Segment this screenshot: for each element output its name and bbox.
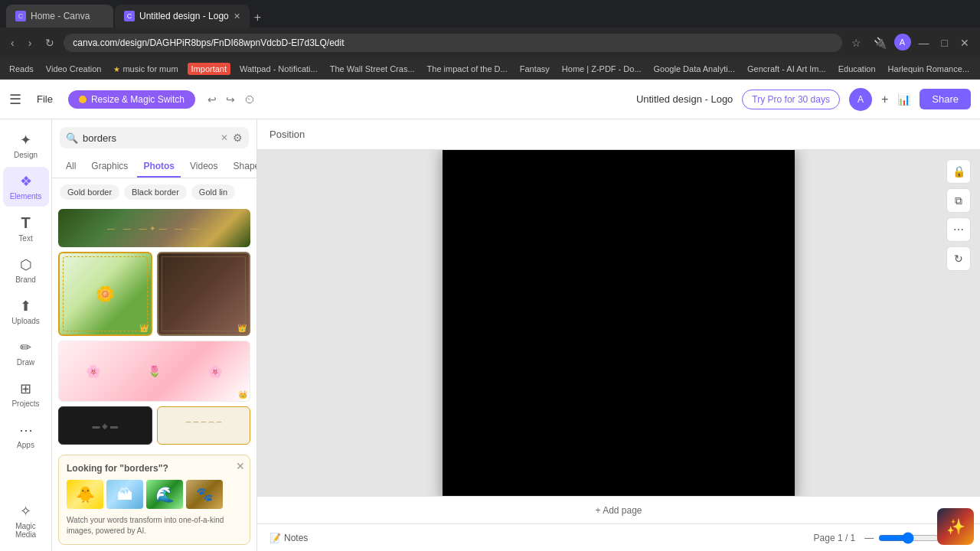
bookmark-harlequin[interactable]: Harlequin Romance...	[885, 63, 972, 75]
projects-icon: ⊞	[20, 380, 31, 397]
uploads-icon: ⬆	[20, 298, 31, 315]
lf-thumb-1[interactable]: 🐥	[67, 480, 103, 509]
sidebar-item-text[interactable]: T Text	[3, 208, 49, 249]
grid-item-1[interactable]: — — —✦— — —	[58, 209, 250, 247]
notes-button[interactable]: 📝 Notes	[270, 533, 308, 543]
bookmark-video[interactable]: Video Creation	[43, 63, 105, 75]
tab-graphics[interactable]: Graphics	[85, 156, 134, 178]
lf-thumb-4[interactable]: 🐾	[186, 480, 223, 509]
canvas-lock-button[interactable]: 🔒	[946, 159, 971, 184]
bookmark-google-data[interactable]: Google Data Analyti...	[651, 63, 738, 75]
grid-row-2: 🌼 👑 👑	[58, 252, 250, 336]
grid-item-4b[interactable]: ▬ ◆ ▬	[58, 406, 152, 445]
looking-for-close-button[interactable]: ✕	[236, 460, 245, 472]
file-menu-button[interactable]: File	[31, 90, 59, 108]
extension-button[interactable]: 🔌	[869, 34, 891, 52]
zoom-slider[interactable]	[878, 532, 939, 544]
tab-shapes[interactable]: Shapes	[227, 156, 257, 178]
bookmark-pdf[interactable]: Home | Z-PDF - Do...	[559, 63, 645, 75]
nav-icons: ☆ 🔌 A — □ ✕	[847, 34, 974, 52]
browser-nav: ‹ › ↻ ☆ 🔌 A — □ ✕	[0, 28, 980, 58]
elements-icon: ❖	[20, 173, 32, 190]
canvas-more-button[interactable]: ⋯	[946, 217, 971, 242]
canvas-refresh-button[interactable]: ↻	[946, 246, 971, 271]
canvas-header: Position	[257, 119, 980, 150]
filter-chip-gold-border[interactable]: Gold border	[60, 184, 119, 200]
back-button[interactable]: ‹	[6, 34, 19, 52]
magic-media-icon: ✧	[20, 503, 31, 520]
looking-for-panel: ✕ Looking for "borders"? 🐥 🏔 🌊 🐾 Watch y…	[58, 455, 250, 545]
tab-photos[interactable]: Photos	[137, 156, 181, 178]
bookmark-wattpad[interactable]: Wattpad - Notificati...	[237, 63, 321, 75]
avatar-button[interactable]: A	[849, 88, 872, 111]
grid-item-3[interactable]: 👑	[157, 252, 251, 336]
sidebar-item-brand[interactable]: ⬡ Brand	[3, 250, 49, 290]
bookmark-important[interactable]: Important	[188, 63, 230, 75]
bookmark-reads[interactable]: Reads	[6, 63, 37, 75]
bookmark-star-button[interactable]: ☆	[847, 34, 866, 52]
add-collaborator-button[interactable]: +	[881, 93, 888, 106]
search-input[interactable]	[83, 132, 216, 144]
minimize-button[interactable]: —	[914, 34, 934, 52]
grid-item-4c[interactable]: ⌒⌒⌒⌒⌒	[157, 406, 251, 445]
tab-all[interactable]: All	[60, 156, 82, 178]
sidebar-label-apps: Apps	[17, 441, 34, 449]
filter-chip-black-border[interactable]: Black border	[124, 184, 187, 200]
profile-button[interactable]: A	[894, 34, 911, 51]
sidebar-label-uploads: Uploads	[11, 317, 40, 325]
magic-switch-button[interactable]: Resize & Magic Switch	[68, 90, 195, 109]
sidebar-item-draw[interactable]: ✏ Draw	[3, 333, 49, 373]
filter-chip-gold-line[interactable]: Gold lin	[191, 184, 235, 200]
search-filter-button[interactable]: ⚙	[233, 132, 243, 144]
lf-thumb-3[interactable]: 🌊	[146, 480, 183, 509]
lf-thumb-2[interactable]: 🏔	[106, 480, 143, 509]
tab-close-active[interactable]: ✕	[234, 11, 240, 21]
sidebar-label-design: Design	[14, 151, 38, 159]
redo-button[interactable]: ↪	[223, 90, 238, 109]
search-panel: 🔍 ✕ ⚙ All Graphics Photos Videos Shapes …	[52, 119, 257, 551]
tab-videos[interactable]: Videos	[184, 156, 224, 178]
bookmark-education[interactable]: Education	[835, 63, 879, 75]
canvas-design-area[interactable]	[443, 150, 795, 496]
sidebar-item-projects[interactable]: ⊞ Projects	[3, 374, 49, 414]
draw-icon: ✏	[20, 339, 31, 356]
tab-label-home: Home - Canva	[31, 11, 90, 21]
search-clear-button[interactable]: ✕	[220, 132, 228, 143]
grid-item-2[interactable]: 🌼 👑	[58, 252, 152, 336]
sidebar-item-uploads[interactable]: ⬆ Uploads	[3, 292, 49, 331]
sidebar-item-elements[interactable]: ❖ Elements	[3, 167, 49, 207]
forward-button[interactable]: ›	[24, 34, 37, 52]
schedule-button[interactable]: ⏲	[241, 90, 258, 109]
close-browser-button[interactable]: ✕	[956, 34, 974, 52]
browser-tab-active[interactable]: C Untitled design - Logo ✕	[115, 5, 250, 28]
sidebar-label-text: Text	[18, 234, 32, 243]
refresh-button[interactable]: ↻	[41, 34, 59, 52]
bookmarks-bar: Reads Video Creation ★ music for mum Imp…	[0, 58, 980, 80]
design-icon: ✦	[20, 132, 31, 148]
bookmark-impact[interactable]: The impact of the D...	[424, 63, 511, 75]
hamburger-menu-button[interactable]: ☰	[9, 91, 21, 108]
canvas-workspace[interactable]: 🔒 ⧉ ⋯ ↻	[257, 150, 980, 496]
bookmark-fantasy[interactable]: Fantasy	[517, 63, 553, 75]
sidebar-item-magic-media[interactable]: ✧ Magic Media	[3, 497, 49, 545]
sidebar-label-projects: Projects	[11, 399, 39, 408]
add-page-button[interactable]: + Add page	[595, 505, 642, 516]
maximize-button[interactable]: □	[937, 34, 952, 52]
new-tab-button[interactable]: +	[251, 8, 264, 28]
grid-item-4[interactable]: 🌸🌷🌸 👑	[58, 341, 250, 402]
browser-tab-home[interactable]: C Home - Canva	[6, 5, 113, 28]
undo-button[interactable]: ↩	[204, 90, 220, 109]
sidebar-item-apps[interactable]: ⋯ Apps	[3, 416, 49, 455]
zoom-minus-icon[interactable]: —	[864, 533, 874, 543]
bookmark-gencraft[interactable]: Gencraft - AI Art Im...	[744, 63, 829, 75]
bookmark-music[interactable]: ★ music for mum	[110, 63, 181, 75]
main-body: ✦ Design ❖ Elements T Text ⬡ Brand ⬆ Upl…	[0, 119, 980, 551]
magic-media-corner[interactable]: ✨	[937, 508, 974, 545]
canvas-copy-button[interactable]: ⧉	[946, 188, 971, 213]
analytics-button[interactable]: 📊	[897, 93, 910, 106]
try-pro-button[interactable]: Try Pro for 30 days	[742, 90, 840, 109]
address-bar[interactable]	[64, 34, 841, 52]
bookmark-wsj[interactable]: The Wall Street Cras...	[327, 63, 418, 75]
sidebar-item-design[interactable]: ✦ Design	[3, 126, 49, 165]
share-button[interactable]: Share	[920, 89, 971, 109]
